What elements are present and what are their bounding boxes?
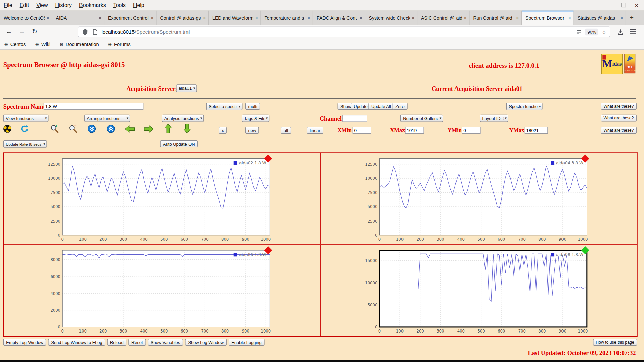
tab-run-control-aid[interactable]: Run Control @ aid×: [470, 11, 522, 25]
tab-asic-control-aid[interactable]: ASIC Control @ aid×: [417, 11, 470, 25]
pan-down-arrow-icon[interactable]: [183, 124, 191, 133]
menubar-item-bookmarks[interactable]: Bookmarks: [75, 1, 110, 9]
how-to-use-button[interactable]: How to use this page: [593, 339, 637, 346]
zoom-out-icon[interactable]: –: [68, 124, 77, 133]
menubar-item-history[interactable]: History: [51, 1, 75, 9]
new-tab-button[interactable]: +: [626, 11, 637, 25]
view-functions-dropdown[interactable]: View functions ▾: [3, 115, 49, 122]
midas-logo[interactable]: M idas: [601, 54, 623, 74]
tab-welcome-to-centos[interactable]: Welcome to CentOS×: [0, 11, 52, 25]
multi-button[interactable]: multi: [245, 103, 260, 110]
bookmark-star-icon[interactable]: ☆: [601, 28, 606, 35]
button-send-log-window-to-elog[interactable]: Send Log Window to ELog: [48, 339, 105, 346]
xmin-input[interactable]: [353, 127, 371, 134]
reader-mode-icon[interactable]: [576, 28, 582, 35]
spectrum-plot-aida04[interactable]: 0100200300400500600700800900100002500500…: [359, 156, 591, 243]
zero-button[interactable]: Zero: [393, 103, 408, 110]
xmax-input[interactable]: [405, 127, 424, 134]
tracking-protection-shield-icon[interactable]: [82, 28, 89, 35]
menubar-item-edit[interactable]: Edit: [16, 1, 33, 9]
tab-close-icon[interactable]: ×: [46, 15, 49, 21]
spectrum-name-input[interactable]: [44, 103, 144, 110]
zoom-level-badge[interactable]: 90%: [585, 28, 598, 35]
tab-aida[interactable]: AIDA×: [52, 11, 105, 25]
tab-experiment-control[interactable]: Experiment Control×: [104, 11, 157, 25]
hamburger-menu-icon[interactable]: [630, 29, 636, 35]
what-are-these-button-1[interactable]: What are these?: [601, 103, 637, 110]
pan-up-arrow-icon[interactable]: [164, 124, 172, 133]
analysis-functions-dropdown[interactable]: Analysis functions ▾: [162, 115, 204, 122]
bookmark-forums[interactable]: ⊕Forums: [108, 41, 131, 47]
button-reload[interactable]: Reload: [107, 339, 126, 346]
ymax-input[interactable]: [525, 127, 548, 134]
what-are-these-button-3[interactable]: What are these?: [601, 127, 637, 134]
linear-button[interactable]: linear: [307, 127, 323, 134]
update-rate-dropdown[interactable]: Update Rate (8 secs) ▾: [3, 140, 47, 148]
tab-close-icon[interactable]: ×: [568, 15, 571, 21]
refresh-icon[interactable]: [20, 125, 29, 133]
tab-close-icon[interactable]: ×: [203, 15, 206, 21]
new-button[interactable]: new: [245, 127, 259, 134]
menubar-item-tools[interactable]: Tools: [110, 1, 129, 9]
layout-id-dropdown[interactable]: Layout ID=8 ▾: [480, 115, 508, 122]
tab-temperature-and-s[interactable]: Temperature and s×: [261, 11, 313, 25]
button-reset[interactable]: Reset: [128, 339, 146, 346]
tab-close-icon[interactable]: ×: [255, 15, 258, 21]
tab-spectrum-browser[interactable]: Spectrum Browser×: [522, 11, 574, 25]
expand-y-icon[interactable]: [107, 125, 115, 133]
button-show-log-window[interactable]: Show Log Window: [185, 339, 227, 346]
x-axis-button[interactable]: x: [219, 127, 227, 134]
tab-close-icon[interactable]: ×: [620, 15, 623, 21]
menubar-item-file[interactable]: File: [0, 1, 16, 9]
auto-update-button[interactable]: Auto Update ON: [160, 140, 198, 147]
tab-close-icon[interactable]: ×: [151, 15, 154, 21]
menubar-item-help[interactable]: Help: [129, 1, 148, 9]
spectrum-plot-aida02[interactable]: 0100200300400500600700800900100002500500…: [42, 156, 274, 243]
tab-close-icon[interactable]: ×: [307, 15, 310, 21]
zoom-in-icon[interactable]: +: [50, 124, 59, 133]
tab-led-and-waveform[interactable]: LED and Waveform×: [209, 11, 261, 25]
page-info-icon[interactable]: [92, 28, 98, 35]
tab-fadc-align-cont[interactable]: FADC Align & Cont×: [313, 11, 365, 25]
menubar-item-view[interactable]: View: [33, 1, 51, 9]
tab-control-aidas-gsi[interactable]: Control @ aidas-gsi×: [157, 11, 209, 25]
bookmark-documentation[interactable]: ⊕Documentation: [59, 41, 99, 47]
forward-button[interactable]: →: [19, 28, 25, 35]
pan-left-arrow-icon[interactable]: [125, 125, 135, 133]
tab-system-wide-check[interactable]: System wide Check×: [365, 11, 418, 25]
bookmark-wiki[interactable]: ⊕Wiki: [35, 41, 50, 47]
ymin-input[interactable]: [462, 127, 480, 134]
tab-close-icon[interactable]: ×: [412, 15, 415, 21]
pan-right-arrow-icon[interactable]: [144, 125, 154, 133]
minimize-button[interactable]: –: [609, 2, 612, 8]
tcl-powered-logo[interactable]: Tcl POWERED: [624, 54, 635, 73]
back-button[interactable]: ←: [6, 28, 12, 35]
tab-statistics-aidas[interactable]: Statistics @ aidas×: [574, 11, 626, 25]
galleries-dropdown[interactable]: Number of Galleries ▾: [400, 115, 443, 122]
acquisition-server-select[interactable]: aida01 ▾: [176, 84, 197, 92]
update-button[interactable]: Update: [351, 103, 371, 110]
bookmark-centos[interactable]: ⊕Centos: [4, 41, 26, 47]
compress-y-icon[interactable]: [88, 125, 96, 133]
arrange-functions-dropdown[interactable]: Arrange functions ▾: [84, 115, 130, 122]
channel-input[interactable]: [342, 115, 367, 122]
tab-close-icon[interactable]: ×: [516, 15, 519, 21]
tab-close-icon[interactable]: ×: [464, 15, 467, 21]
button-enable-logging[interactable]: Enable Logging: [229, 339, 265, 346]
update-all-button[interactable]: Update All: [368, 103, 394, 110]
button-empty-log-window[interactable]: Empty Log Window: [3, 339, 46, 346]
tags-fits-dropdown[interactable]: Tags & Fits ▾: [241, 115, 269, 122]
url-bar[interactable]: localhost:8015/Spectrum/Spectrum.tml 90%…: [78, 27, 610, 37]
spectrum-plot-aida06[interactable]: 0100200300400500600700800900100002000400…: [42, 247, 274, 335]
select-spectrum-dropdown[interactable]: Select a spectrum ▾: [206, 103, 243, 110]
radiation-icon[interactable]: [3, 125, 11, 133]
spectra-functions-dropdown[interactable]: Spectra functions ▾: [506, 103, 543, 110]
all-button[interactable]: all: [281, 127, 291, 134]
what-are-these-button-2[interactable]: What are these?: [601, 115, 637, 122]
tab-close-icon[interactable]: ×: [99, 15, 102, 21]
tab-close-icon[interactable]: ×: [359, 15, 362, 21]
save-page-icon[interactable]: [617, 29, 624, 36]
spectrum-plot-aida08[interactable]: 0100200300400500600700800900100005000100…: [359, 247, 591, 335]
maximize-button[interactable]: [621, 3, 626, 7]
button-show-variables[interactable]: Show Variables: [148, 339, 183, 346]
